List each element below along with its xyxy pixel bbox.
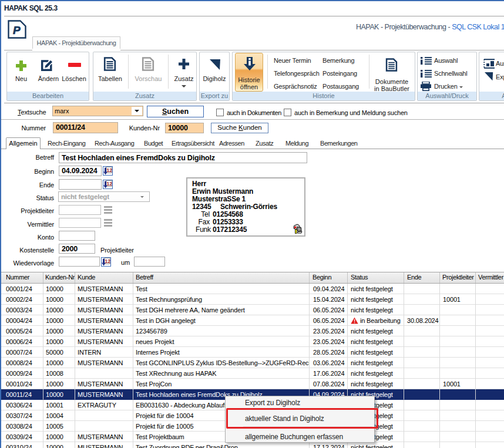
- svg-text:12: 12: [107, 167, 112, 173]
- svg-text:12: 12: [105, 258, 110, 264]
- svg-text:P: P: [13, 24, 21, 36]
- svg-text:12: 12: [107, 181, 112, 187]
